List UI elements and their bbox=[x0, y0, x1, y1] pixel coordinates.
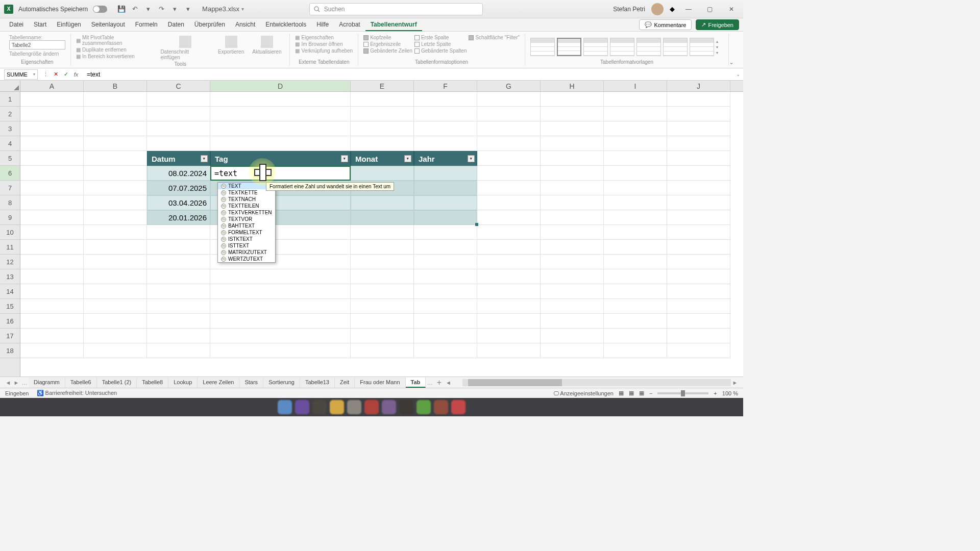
scroll-right[interactable]: ► bbox=[731, 380, 739, 386]
cell[interactable] bbox=[84, 343, 147, 358]
taskbar-app[interactable] bbox=[451, 400, 465, 414]
cell[interactable] bbox=[541, 240, 604, 255]
cell[interactable] bbox=[20, 329, 84, 343]
taskbar-app[interactable] bbox=[312, 400, 327, 414]
cell[interactable] bbox=[414, 299, 477, 314]
taskbar-app[interactable] bbox=[347, 400, 361, 414]
autocomplete-item[interactable]: fxISTKTEXT bbox=[218, 236, 275, 242]
confirm-formula-button[interactable]: ✓ bbox=[61, 70, 70, 79]
taskbar-app[interactable] bbox=[278, 400, 292, 414]
cell[interactable] bbox=[604, 195, 667, 210]
zoom-in-button[interactable]: + bbox=[714, 390, 717, 396]
cell[interactable] bbox=[84, 121, 147, 136]
cell[interactable] bbox=[604, 314, 667, 329]
row-header-1[interactable]: 1 bbox=[0, 92, 20, 107]
sheet-tab[interactable]: Frau oder Mann bbox=[355, 378, 405, 388]
maximize-button[interactable]: ▢ bbox=[702, 4, 718, 14]
save-button[interactable]: 💾 bbox=[116, 4, 127, 14]
cell[interactable] bbox=[351, 343, 414, 358]
unlink-button[interactable]: ▦ Verknüpfung aufheben bbox=[295, 48, 353, 54]
row-header-13[interactable]: 13 bbox=[0, 269, 20, 284]
autocomplete-item[interactable]: fxTEXTTEILEN bbox=[218, 203, 275, 209]
cell[interactable] bbox=[541, 255, 604, 269]
close-button[interactable]: ✕ bbox=[724, 4, 739, 14]
cell[interactable] bbox=[667, 329, 730, 343]
table-style-thumb[interactable] bbox=[636, 38, 661, 56]
expand-formula-button[interactable]: ⌄ bbox=[733, 71, 743, 77]
cell[interactable] bbox=[147, 299, 210, 314]
menu-tab-entwicklertools[interactable]: Entwicklertools bbox=[260, 19, 311, 31]
menu-tab-formeln[interactable]: Formeln bbox=[130, 19, 163, 31]
menu-tab-seitenlayout[interactable]: Seitenlayout bbox=[86, 19, 130, 31]
cell[interactable] bbox=[20, 121, 84, 136]
cell[interactable] bbox=[477, 166, 541, 181]
cell[interactable] bbox=[414, 92, 477, 107]
cell[interactable] bbox=[351, 269, 414, 284]
table-style-thumb[interactable] bbox=[530, 38, 555, 56]
cell[interactable] bbox=[351, 225, 414, 240]
banded-cols-checkbox[interactable] bbox=[414, 48, 420, 54]
banded-rows-checkbox[interactable] bbox=[363, 48, 369, 54]
table-cell[interactable] bbox=[414, 166, 477, 181]
formula-input[interactable] bbox=[84, 69, 733, 80]
cell[interactable] bbox=[477, 181, 541, 195]
cell[interactable] bbox=[20, 181, 84, 195]
column-header-F[interactable]: F bbox=[414, 81, 477, 91]
cell[interactable] bbox=[477, 240, 541, 255]
collapse-ribbon-button[interactable]: ⌄ bbox=[729, 59, 734, 66]
cell[interactable] bbox=[84, 107, 147, 121]
cell[interactable] bbox=[210, 284, 351, 299]
menu-tab-acrobat[interactable]: Acrobat bbox=[334, 19, 365, 31]
undo-button[interactable]: ↶ bbox=[130, 4, 140, 14]
cell[interactable] bbox=[541, 210, 604, 225]
taskbar-app[interactable] bbox=[295, 400, 309, 414]
cell[interactable] bbox=[604, 210, 667, 225]
row-header-2[interactable]: 2 bbox=[0, 107, 20, 121]
cell[interactable] bbox=[477, 284, 541, 299]
convert-range-button[interactable]: ▦ In Bereich konvertieren bbox=[76, 54, 155, 59]
search-input[interactable]: Suchen bbox=[309, 3, 483, 15]
autosave-toggle[interactable] bbox=[93, 6, 107, 13]
cell[interactable] bbox=[210, 121, 351, 136]
cell[interactable] bbox=[20, 225, 84, 240]
table-header[interactable]: Tag▾ bbox=[210, 151, 351, 166]
cell[interactable] bbox=[147, 343, 210, 358]
cell[interactable] bbox=[667, 107, 730, 121]
cell[interactable] bbox=[351, 121, 414, 136]
cell[interactable] bbox=[604, 329, 667, 343]
row-header-9[interactable]: 9 bbox=[0, 210, 20, 225]
avatar[interactable] bbox=[651, 3, 664, 15]
cell[interactable] bbox=[477, 225, 541, 240]
cell[interactable] bbox=[414, 121, 477, 136]
minimize-button[interactable]: — bbox=[681, 4, 696, 14]
autocomplete-item[interactable]: fxWERTZUTEXT bbox=[218, 256, 275, 262]
row-header-17[interactable]: 17 bbox=[0, 329, 20, 343]
cell[interactable] bbox=[84, 92, 147, 107]
table-name-input[interactable] bbox=[9, 40, 65, 49]
taskbar-app[interactable] bbox=[382, 400, 396, 414]
column-header-J[interactable]: J bbox=[667, 81, 730, 91]
cell[interactable] bbox=[667, 151, 730, 166]
view-layout-button[interactable]: ▦ bbox=[629, 390, 634, 396]
cell[interactable] bbox=[667, 269, 730, 284]
redo-button[interactable]: ↷ bbox=[156, 4, 166, 14]
open-browser-button[interactable]: ▦ Im Browser öffnen bbox=[295, 41, 353, 47]
cell[interactable] bbox=[604, 107, 667, 121]
sheet-tab[interactable]: Lookup bbox=[168, 378, 198, 388]
cell[interactable] bbox=[667, 343, 730, 358]
table-header[interactable]: Datum▾ bbox=[147, 151, 210, 166]
cell[interactable] bbox=[667, 240, 730, 255]
cell[interactable] bbox=[414, 107, 477, 121]
cell[interactable] bbox=[541, 343, 604, 358]
cell[interactable] bbox=[20, 255, 84, 269]
cell[interactable] bbox=[147, 225, 210, 240]
cell[interactable] bbox=[477, 107, 541, 121]
cell[interactable] bbox=[541, 269, 604, 284]
name-box[interactable]: SUMME bbox=[4, 69, 38, 80]
cell[interactable] bbox=[20, 240, 84, 255]
cell[interactable] bbox=[84, 166, 147, 181]
row-header-4[interactable]: 4 bbox=[0, 136, 20, 151]
cell[interactable] bbox=[210, 269, 351, 284]
table-cell[interactable] bbox=[351, 210, 414, 225]
autocomplete-item[interactable]: fxTEXTVOR bbox=[218, 216, 275, 222]
